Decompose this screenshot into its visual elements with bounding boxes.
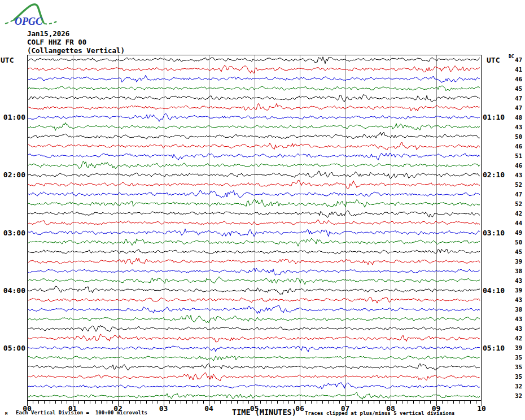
dc-value: 47 (505, 191, 522, 198)
x-tick-label: 10 (473, 404, 490, 413)
seismo-trace (28, 123, 480, 130)
seismo-trace (28, 382, 480, 389)
dc-value: 35 (505, 373, 522, 380)
seismo-trace (28, 373, 480, 381)
hour-label-left: 04:00 (0, 286, 25, 295)
seismo-trace (28, 277, 480, 285)
seismo-trace (28, 75, 480, 82)
seismo-trace (28, 258, 480, 265)
opgc-logo: OPGC (3, 1, 63, 27)
seismo-trace (28, 153, 480, 160)
seismogram-plot (27, 55, 482, 401)
dc-value: 50 (505, 239, 522, 246)
x-tick-label: 04 (200, 404, 217, 413)
seismo-trace (28, 315, 480, 323)
utc-label-left: UTC (1, 56, 14, 64)
helicorder-page: OPGC Jan15,2026 COLF HHZ FR 00 (Collange… (0, 0, 525, 420)
dc-value: 52 (505, 200, 522, 207)
dc-value: 38 (505, 306, 522, 313)
hour-label-left: 03:00 (0, 229, 25, 237)
x-tick-label: 03 (155, 404, 172, 413)
seismo-trace (28, 249, 480, 254)
header-date: Jan15,2026 (27, 30, 69, 38)
dc-value: 50 (505, 133, 522, 140)
footer-micro-mark: M (5, 412, 7, 416)
dc-value: 43 (505, 124, 522, 130)
seismo-trace (28, 346, 480, 352)
seismo-trace (28, 65, 480, 73)
logo-curve-right-dash (44, 21, 58, 24)
dc-value: 47 (505, 104, 522, 111)
dc-value: 44 (505, 220, 522, 226)
seismo-trace (28, 199, 480, 207)
seismo-trace (28, 103, 480, 111)
seismo-trace (28, 211, 480, 218)
seismo-trace (28, 132, 480, 139)
seismo-trace (28, 325, 480, 331)
dc-value: 43 (505, 296, 522, 303)
seismo-trace (28, 305, 480, 314)
dc-value: 47 (505, 56, 522, 63)
footer-scale-note: Each Vertical Division = 100+00 microvol… (16, 410, 147, 415)
dc-value: 43 (505, 277, 522, 284)
dc-value: 35 (505, 364, 522, 370)
seismo-trace (28, 392, 480, 400)
seismo-trace (28, 161, 480, 168)
seismo-trace (28, 238, 480, 246)
dc-value: 46 (505, 143, 522, 150)
dc-value: 47 (505, 95, 522, 102)
seismo-trace (28, 286, 480, 295)
hour-label-left: 01:00 (0, 113, 25, 121)
dc-value: 39 (505, 287, 522, 294)
dc-value: 52 (505, 181, 522, 188)
logo-curve-left-dash (5, 20, 14, 24)
dc-value: 48 (505, 114, 522, 121)
seismo-trace (28, 142, 480, 150)
seismo-trace (28, 268, 480, 275)
dc-value: 39 (505, 344, 522, 351)
seismo-trace (28, 86, 480, 91)
dc-value: 32 (505, 383, 522, 390)
dc-value: 46 (505, 162, 522, 169)
seismo-trace (28, 171, 480, 179)
seismo-trace (28, 180, 480, 189)
seismo-trace (28, 364, 480, 370)
header-station: COLF HHZ FR 00 (27, 38, 86, 46)
dc-value: 51 (505, 152, 522, 159)
dc-value: 43 (505, 325, 522, 332)
dc-value: 35 (505, 354, 522, 361)
dc-value: 49 (505, 229, 522, 236)
seismo-trace (28, 229, 480, 237)
dc-value: 38 (505, 268, 522, 274)
seismo-trace (28, 113, 480, 121)
dc-value: 45 (505, 85, 522, 92)
seismo-trace (28, 57, 480, 64)
hour-label-left: 05:00 (0, 344, 25, 352)
seismo-trace (28, 334, 480, 342)
footer-clip-note: Traces clipped at plus/minus 5 vertical … (305, 410, 455, 416)
dc-value: 42 (505, 335, 522, 342)
dc-value: 43 (505, 172, 522, 178)
dc-value: 43 (505, 316, 522, 322)
seismo-trace (28, 220, 480, 225)
seismo-trace (28, 297, 480, 303)
seismo-trace (28, 356, 480, 361)
utc-label-right: UTC (487, 56, 500, 64)
dc-value: 41 (505, 66, 522, 73)
seismo-trace (28, 94, 480, 102)
dc-value: 42 (505, 210, 522, 217)
dc-value: 32 (505, 392, 522, 399)
seismo-trace (28, 190, 480, 198)
dc-value: 45 (505, 248, 522, 255)
logo-text: OPGC (15, 16, 43, 27)
dc-value: 46 (505, 76, 522, 82)
hour-label-left: 02:00 (0, 170, 25, 179)
dc-value: 39 (505, 258, 522, 265)
header-subtitle: (Collangettes Vertical) (27, 47, 125, 55)
x-axis-title: TIME (MINUTES) (232, 408, 296, 417)
